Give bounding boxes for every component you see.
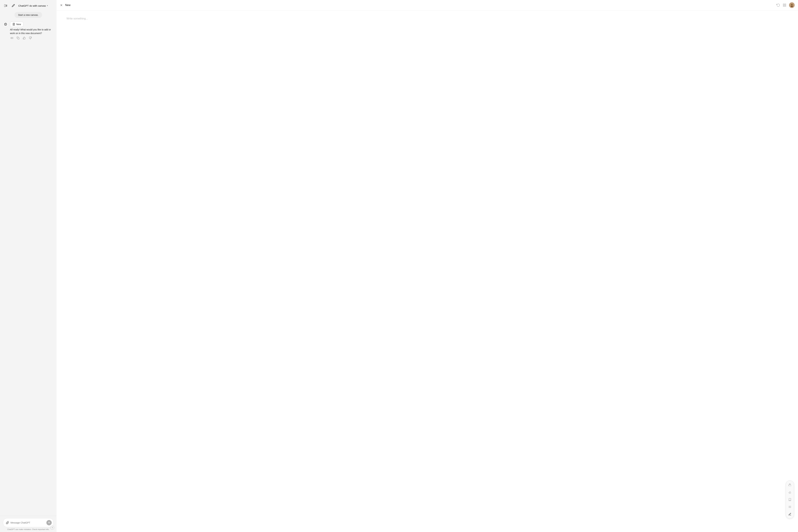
list-tool-button[interactable] bbox=[787, 504, 793, 510]
chatgpt-logo bbox=[3, 22, 8, 27]
start-canvas-button[interactable]: Start a new canvas. bbox=[15, 12, 42, 18]
toggle-sidebar-button[interactable] bbox=[3, 3, 8, 8]
assistant-text: All ready! What would you like to add or… bbox=[10, 28, 54, 35]
canvas-title: New bbox=[65, 4, 71, 7]
sidebar-body: Start a new canvas. bbox=[0, 10, 57, 516]
message-input-wrap bbox=[3, 518, 54, 527]
help-button[interactable]: ? bbox=[50, 526, 54, 530]
send-button[interactable] bbox=[46, 520, 52, 525]
footer-note: ChatGPT can make mistakes. Check importa… bbox=[3, 528, 54, 530]
canvas-panel: New bbox=[57, 0, 798, 532]
assistant-message-row: New All ready! What would you like to ad… bbox=[3, 22, 54, 41]
svg-rect-0 bbox=[4, 4, 5, 7]
canvas-body[interactable]: Write something... bbox=[57, 11, 798, 532]
sidebar-title[interactable]: ChatGPT 4o with canvas ▾ bbox=[18, 4, 48, 7]
action-icons bbox=[10, 36, 54, 41]
new-chat-button[interactable] bbox=[11, 3, 16, 8]
chat-area: New All ready! What would you like to ad… bbox=[3, 22, 54, 41]
history-button[interactable] bbox=[776, 3, 780, 7]
start-canvas-label: Start a new canvas. bbox=[18, 14, 39, 16]
book-tool-button[interactable] bbox=[787, 497, 793, 502]
canvas-header: New bbox=[57, 0, 798, 11]
assistant-response: New All ready! What would you like to ad… bbox=[10, 22, 54, 41]
attach-button[interactable] bbox=[6, 521, 9, 524]
user-avatar[interactable] bbox=[789, 2, 795, 8]
footer-note-text: ChatGPT can make mistakes. Check importa… bbox=[7, 528, 50, 530]
thumbup-button[interactable] bbox=[22, 36, 26, 41]
svg-rect-9 bbox=[18, 38, 19, 39]
sidebar-header: ChatGPT 4o with canvas ▾ bbox=[0, 0, 57, 10]
svg-rect-13 bbox=[783, 4, 784, 5]
new-doc-label: New bbox=[16, 23, 21, 25]
canvas-header-right bbox=[776, 2, 795, 8]
windows-button[interactable] bbox=[783, 3, 786, 7]
eraser-tool-button[interactable] bbox=[787, 490, 793, 495]
floating-toolbar bbox=[786, 480, 794, 519]
help-label: ? bbox=[52, 527, 53, 529]
pen-tool-button[interactable] bbox=[787, 512, 793, 517]
sidebar-footer: ChatGPT can make mistakes. Check importa… bbox=[0, 516, 57, 532]
svg-rect-15 bbox=[783, 5, 784, 6]
svg-marker-8 bbox=[11, 37, 12, 39]
sidebar: ChatGPT 4o with canvas ▾ Start a new can… bbox=[0, 0, 57, 532]
speaker-button[interactable] bbox=[10, 36, 14, 41]
write-placeholder: Write something... bbox=[66, 17, 88, 20]
svg-rect-14 bbox=[785, 4, 786, 5]
chevron-down-icon: ▾ bbox=[47, 4, 48, 7]
thumbdown-button[interactable] bbox=[28, 36, 32, 41]
hand-tool-button[interactable] bbox=[787, 482, 793, 488]
sidebar-title-text: ChatGPT 4o with canvas bbox=[18, 4, 46, 7]
svg-rect-16 bbox=[785, 5, 786, 6]
new-doc-badge[interactable]: New bbox=[10, 22, 23, 27]
copy-button[interactable] bbox=[16, 36, 20, 41]
svg-point-18 bbox=[791, 4, 793, 5]
canvas-close-button[interactable] bbox=[60, 4, 63, 7]
message-input[interactable] bbox=[11, 521, 45, 524]
